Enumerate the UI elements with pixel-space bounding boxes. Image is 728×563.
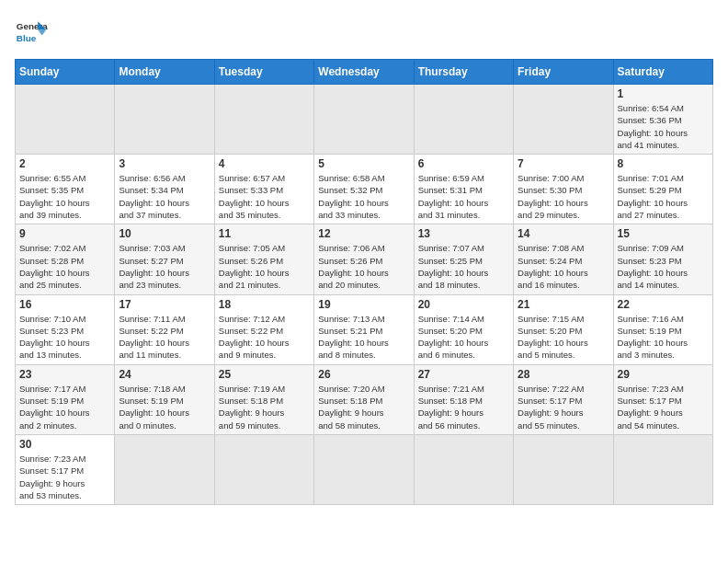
day-number: 11: [219, 227, 310, 240]
day-number: 19: [318, 298, 409, 311]
calendar-body: 1Sunrise: 6:54 AMSunset: 5:36 PMDaylight…: [16, 85, 713, 505]
calendar-cell: [414, 434, 513, 504]
calendar-week-row: 1Sunrise: 6:54 AMSunset: 5:36 PMDaylight…: [16, 85, 713, 155]
calendar-cell: [514, 85, 613, 155]
calendar-cell: 21Sunrise: 7:15 AMSunset: 5:20 PMDayligh…: [514, 294, 613, 364]
calendar-cell: 29Sunrise: 7:23 AMSunset: 5:17 PMDayligh…: [613, 364, 712, 434]
day-info: Sunrise: 7:23 AMSunset: 5:17 PMDaylight:…: [618, 383, 709, 431]
day-number: 3: [119, 157, 210, 170]
calendar-cell: 4Sunrise: 6:57 AMSunset: 5:33 PMDaylight…: [214, 155, 313, 224]
weekday-header: Wednesday: [314, 60, 414, 85]
day-number: 28: [518, 368, 609, 381]
day-info: Sunrise: 7:05 AMSunset: 5:26 PMDaylight:…: [219, 242, 310, 291]
day-number: 18: [219, 298, 310, 311]
calendar-table: SundayMondayTuesdayWednesdayThursdayFrid…: [15, 59, 713, 505]
day-info: Sunrise: 7:12 AMSunset: 5:22 PMDaylight:…: [219, 313, 310, 362]
day-number: 10: [119, 227, 210, 240]
day-number: 15: [618, 227, 709, 240]
day-info: Sunrise: 6:54 AMSunset: 5:36 PMDaylight:…: [618, 102, 709, 151]
day-info: Sunrise: 6:55 AMSunset: 5:35 PMDaylight:…: [19, 172, 110, 221]
calendar-cell: 24Sunrise: 7:18 AMSunset: 5:19 PMDayligh…: [115, 364, 214, 434]
day-number: 30: [19, 438, 110, 451]
calendar-week-row: 16Sunrise: 7:10 AMSunset: 5:23 PMDayligh…: [16, 294, 713, 364]
calendar-cell: [314, 85, 414, 155]
day-number: 23: [19, 368, 110, 381]
calendar-header: SundayMondayTuesdayWednesdayThursdayFrid…: [16, 60, 713, 85]
day-info: Sunrise: 7:23 AMSunset: 5:17 PMDaylight:…: [19, 453, 110, 501]
weekday-header: Saturday: [613, 60, 712, 85]
calendar-cell: 10Sunrise: 7:03 AMSunset: 5:27 PMDayligh…: [115, 224, 214, 294]
calendar-cell: [115, 85, 214, 155]
day-info: Sunrise: 7:17 AMSunset: 5:19 PMDaylight:…: [19, 383, 110, 431]
calendar-week-row: 23Sunrise: 7:17 AMSunset: 5:19 PMDayligh…: [16, 364, 713, 434]
calendar-cell: 26Sunrise: 7:20 AMSunset: 5:18 PMDayligh…: [314, 364, 414, 434]
calendar-cell: 5Sunrise: 6:58 AMSunset: 5:32 PMDaylight…: [314, 155, 414, 224]
day-number: 2: [19, 157, 110, 170]
calendar-cell: 22Sunrise: 7:16 AMSunset: 5:19 PMDayligh…: [613, 294, 712, 364]
day-info: Sunrise: 7:00 AMSunset: 5:30 PMDaylight:…: [518, 172, 609, 221]
day-number: 7: [518, 157, 609, 170]
calendar-cell: 11Sunrise: 7:05 AMSunset: 5:26 PMDayligh…: [214, 224, 313, 294]
svg-marker-3: [38, 29, 46, 35]
day-number: 13: [418, 227, 509, 240]
day-number: 21: [518, 298, 609, 311]
day-info: Sunrise: 6:56 AMSunset: 5:34 PMDaylight:…: [119, 172, 210, 221]
day-number: 8: [618, 157, 709, 170]
day-info: Sunrise: 7:06 AMSunset: 5:26 PMDaylight:…: [318, 242, 409, 291]
day-info: Sunrise: 7:18 AMSunset: 5:19 PMDaylight:…: [119, 383, 210, 431]
day-number: 27: [418, 368, 509, 381]
day-info: Sunrise: 6:58 AMSunset: 5:32 PMDaylight:…: [318, 172, 409, 221]
calendar-cell: [214, 85, 313, 155]
day-info: Sunrise: 7:14 AMSunset: 5:20 PMDaylight:…: [418, 313, 509, 362]
calendar-cell: 1Sunrise: 6:54 AMSunset: 5:36 PMDaylight…: [613, 85, 712, 155]
weekday-header: Monday: [115, 60, 214, 85]
calendar-cell: 13Sunrise: 7:07 AMSunset: 5:25 PMDayligh…: [414, 224, 513, 294]
weekday-header: Friday: [514, 60, 613, 85]
calendar-cell: 12Sunrise: 7:06 AMSunset: 5:26 PMDayligh…: [314, 224, 414, 294]
calendar-cell: 15Sunrise: 7:09 AMSunset: 5:23 PMDayligh…: [613, 224, 712, 294]
day-info: Sunrise: 7:20 AMSunset: 5:18 PMDaylight:…: [318, 383, 409, 431]
day-number: 22: [618, 298, 709, 311]
day-number: 4: [219, 157, 310, 170]
day-info: Sunrise: 7:07 AMSunset: 5:25 PMDaylight:…: [418, 242, 509, 291]
calendar-cell: 23Sunrise: 7:17 AMSunset: 5:19 PMDayligh…: [16, 364, 115, 434]
calendar-cell: 14Sunrise: 7:08 AMSunset: 5:24 PMDayligh…: [514, 224, 613, 294]
calendar-cell: [613, 434, 712, 504]
day-number: 14: [518, 227, 609, 240]
calendar-cell: [514, 434, 613, 504]
calendar-cell: 25Sunrise: 7:19 AMSunset: 5:18 PMDayligh…: [214, 364, 313, 434]
calendar-cell: 2Sunrise: 6:55 AMSunset: 5:35 PMDaylight…: [16, 155, 115, 224]
calendar-cell: [16, 85, 115, 155]
calendar-cell: 30Sunrise: 7:23 AMSunset: 5:17 PMDayligh…: [16, 434, 115, 504]
logo: General Blue: [15, 15, 48, 48]
day-info: Sunrise: 7:09 AMSunset: 5:23 PMDaylight:…: [618, 242, 709, 291]
calendar-week-row: 2Sunrise: 6:55 AMSunset: 5:35 PMDaylight…: [16, 155, 713, 224]
day-info: Sunrise: 6:59 AMSunset: 5:31 PMDaylight:…: [418, 172, 509, 221]
calendar-cell: 19Sunrise: 7:13 AMSunset: 5:21 PMDayligh…: [314, 294, 414, 364]
calendar-week-row: 9Sunrise: 7:02 AMSunset: 5:28 PMDaylight…: [16, 224, 713, 294]
day-info: Sunrise: 7:22 AMSunset: 5:17 PMDaylight:…: [518, 383, 609, 431]
calendar-cell: 27Sunrise: 7:21 AMSunset: 5:18 PMDayligh…: [414, 364, 513, 434]
calendar-cell: 17Sunrise: 7:11 AMSunset: 5:22 PMDayligh…: [115, 294, 214, 364]
page-header: General Blue: [15, 15, 713, 48]
day-number: 26: [318, 368, 409, 381]
svg-text:Blue: Blue: [17, 33, 37, 43]
day-info: Sunrise: 7:16 AMSunset: 5:19 PMDaylight:…: [618, 313, 709, 362]
calendar-cell: [115, 434, 214, 504]
day-number: 20: [418, 298, 509, 311]
calendar-cell: 20Sunrise: 7:14 AMSunset: 5:20 PMDayligh…: [414, 294, 513, 364]
calendar-week-row: 30Sunrise: 7:23 AMSunset: 5:17 PMDayligh…: [16, 434, 713, 504]
day-info: Sunrise: 7:21 AMSunset: 5:18 PMDaylight:…: [418, 383, 509, 431]
day-number: 24: [119, 368, 210, 381]
logo-icon: General Blue: [15, 15, 48, 48]
day-number: 1: [618, 87, 709, 100]
day-info: Sunrise: 7:13 AMSunset: 5:21 PMDaylight:…: [318, 313, 409, 362]
weekday-header-row: SundayMondayTuesdayWednesdayThursdayFrid…: [16, 60, 713, 85]
day-number: 16: [19, 298, 110, 311]
day-info: Sunrise: 7:11 AMSunset: 5:22 PMDaylight:…: [119, 313, 210, 362]
day-number: 29: [618, 368, 709, 381]
calendar-cell: [214, 434, 313, 504]
day-info: Sunrise: 6:57 AMSunset: 5:33 PMDaylight:…: [219, 172, 310, 221]
calendar-cell: [314, 434, 414, 504]
day-info: Sunrise: 7:01 AMSunset: 5:29 PMDaylight:…: [618, 172, 709, 221]
